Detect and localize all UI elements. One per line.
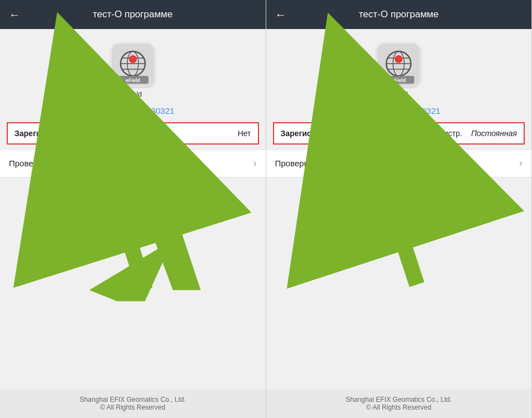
reg-label-left: Зарегистри.. — [15, 129, 238, 138]
panel-left: ← тест-О программе — [0, 0, 266, 418]
update-label-right: Проверить обновления — [275, 158, 520, 168]
app-version-right: eField 7.5.1.20230321 — [357, 106, 440, 116]
footer-line2-right: © All Rights Reserved — [271, 403, 528, 411]
footer-line1-right: Shanghai EFIX Geomatics Co., Ltd. — [271, 396, 528, 403]
chevron-icon-right: › — [519, 157, 523, 169]
footer-line2-left: © All Rights Reserved — [4, 403, 261, 411]
app-name-right: eField — [390, 90, 408, 98]
app-icon-wrapper-left: eField eField — [111, 42, 155, 98]
back-button-right[interactable]: ← — [275, 8, 286, 21]
reg-secondary-right: Постоянная — [471, 129, 517, 138]
footer-left: Shanghai EFIX Geomatics Co., Ltd. © All … — [0, 389, 266, 418]
footer-right: Shanghai EFIX Geomatics Co., Ltd. © All … — [266, 389, 532, 418]
top-bar-right: ← тест-О программе — [266, 0, 532, 29]
content-left: eField eField eField 7.5.1.20230321 Заре… — [0, 29, 266, 389]
top-bar-left: ← тест-О программе — [0, 0, 266, 29]
content-right: eField eField eField 7.5.1.20230321 Заре… — [266, 29, 532, 389]
panel-right: ← тест-О программе eField — [266, 0, 533, 418]
app-name-left: eField — [123, 90, 142, 98]
title-right: тест-О программе — [293, 9, 505, 20]
reg-label-right: Зарегистри.. — [281, 129, 432, 138]
registration-row-right[interactable]: Зарегистри.. Регистр. Постоянная — [273, 122, 525, 145]
svg-text:eField: eField — [391, 78, 406, 83]
check-updates-left[interactable]: Проверить обновления › — [0, 149, 266, 177]
reg-value-left: Нет — [238, 129, 251, 138]
reg-value-right: Регистр. — [432, 129, 462, 138]
svg-text:eField: eField — [126, 78, 140, 83]
back-button-left[interactable]: ← — [9, 8, 20, 21]
app-icon-right: eField — [376, 42, 421, 87]
registration-row-left[interactable]: Зарегистри.. Нет — [7, 122, 259, 145]
title-left: тест-О программе — [27, 9, 239, 20]
app-icon-left: eField — [111, 42, 155, 87]
chevron-icon-left: › — [253, 157, 257, 169]
app-icon-wrapper-right: eField eField — [376, 42, 421, 98]
update-label-left: Проверить обновления — [9, 158, 253, 168]
check-updates-right[interactable]: Проверить обновления › — [266, 149, 532, 177]
footer-line1-left: Shanghai EFIX Geomatics Co., Ltd. — [4, 396, 261, 403]
app-version-left: eField 7.5.1.20230321 — [91, 106, 174, 116]
